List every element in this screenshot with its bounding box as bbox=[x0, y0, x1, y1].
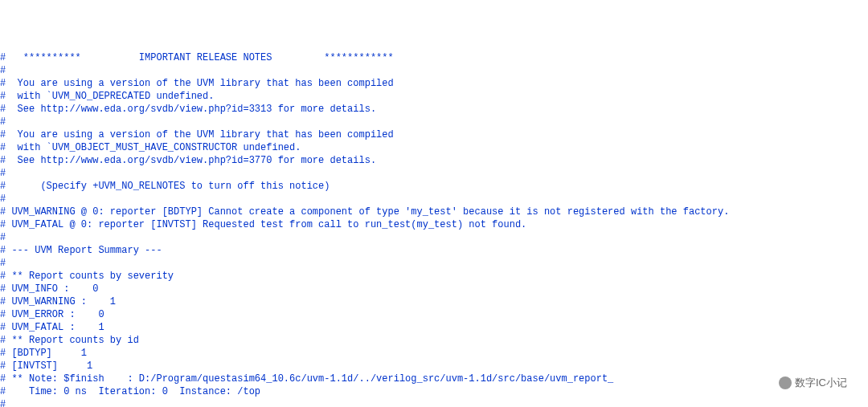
console-line: # [INVTST] 1 bbox=[0, 360, 868, 372]
console-line: # (Specify +UVM_NO_RELNOTES to turn off … bbox=[0, 180, 868, 193]
console-line: # See http://www.eda.org/svdb/view.php?i… bbox=[0, 103, 868, 116]
console-line: # UVM_ERROR : 0 bbox=[0, 308, 868, 321]
console-line: # bbox=[0, 116, 868, 128]
console-line: # You are using a version of the UVM lib… bbox=[0, 128, 868, 141]
console-line: # Time: 0 ns Iteration: 0 Instance: /top bbox=[0, 385, 868, 398]
console-line: # UVM_INFO : 0 bbox=[0, 283, 868, 295]
console-line: # ** Report counts by severity bbox=[0, 270, 868, 283]
console-output: # ********** IMPORTANT RELEASE NOTES ***… bbox=[0, 51, 868, 407]
console-line: # UVM_FATAL @ 0: reporter [INVTST] Reque… bbox=[0, 218, 868, 231]
console-line: # bbox=[0, 398, 868, 407]
console-line: # bbox=[0, 64, 868, 77]
console-line: # ********** IMPORTANT RELEASE NOTES ***… bbox=[0, 51, 868, 64]
watermark: 数字IC小记 bbox=[774, 375, 852, 391]
console-line: # with `UVM_OBJECT_MUST_HAVE_CONSTRUCTOR… bbox=[0, 141, 868, 154]
console-line: # ** Report counts by id bbox=[0, 334, 868, 347]
console-line: # bbox=[0, 193, 868, 206]
console-line: # UVM_WARNING : 1 bbox=[0, 295, 868, 308]
console-line: # with `UVM_NO_DEPRECATED undefined. bbox=[0, 90, 868, 103]
console-line: # bbox=[0, 167, 868, 180]
console-line: # UVM_WARNING @ 0: reporter [BDTYP] Cann… bbox=[0, 206, 868, 218]
watermark-text: 数字IC小记 bbox=[795, 376, 847, 389]
console-line: # bbox=[0, 231, 868, 244]
console-line: # See http://www.eda.org/svdb/view.php?i… bbox=[0, 154, 868, 167]
console-line: # [BDTYP] 1 bbox=[0, 347, 868, 360]
console-line: # bbox=[0, 257, 868, 270]
console-line: # ** Note: $finish : D:/Program/questasi… bbox=[0, 372, 868, 385]
console-line: # UVM_FATAL : 1 bbox=[0, 321, 868, 334]
wechat-icon bbox=[779, 376, 792, 389]
console-line: # --- UVM Report Summary --- bbox=[0, 244, 868, 257]
console-line: # You are using a version of the UVM lib… bbox=[0, 77, 868, 90]
